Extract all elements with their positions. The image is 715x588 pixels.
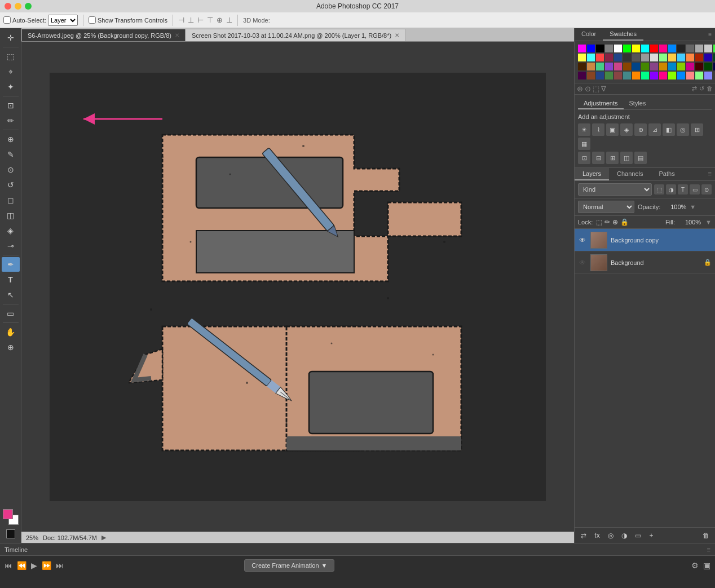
color-swatch[interactable] <box>641 45 649 52</box>
foreground-color-swatch[interactable] <box>3 509 13 519</box>
color-swatch[interactable] <box>596 63 604 70</box>
auto-select-checkbox[interactable] <box>3 16 11 24</box>
color-swatch[interactable] <box>587 63 595 70</box>
layers-panel-menu[interactable]: ≡ <box>705 168 715 180</box>
color-swatch[interactable] <box>695 45 703 52</box>
show-transform-checkbox[interactable] <box>89 16 96 24</box>
align-right-icon[interactable]: ⊢ <box>197 16 204 24</box>
pixel-filter-icon[interactable]: ⬚ <box>654 184 664 194</box>
color-swatch[interactable] <box>632 63 640 70</box>
quick-mask-icon[interactable] <box>6 529 15 538</box>
layers-tab[interactable]: Layers <box>575 168 609 180</box>
lasso-tool[interactable]: ⌖ <box>2 64 20 79</box>
paths-tab[interactable]: Paths <box>651 168 683 180</box>
layer-background-copy[interactable]: 👁 Background copy <box>575 229 715 251</box>
color-swatch[interactable] <box>614 45 622 52</box>
new-adjustment-layer-icon[interactable]: ◑ <box>619 530 630 541</box>
panel-icon-4[interactable]: ∇ <box>601 85 606 93</box>
gradient-map-adj-icon[interactable]: ◫ <box>620 152 633 164</box>
timeline-settings-icon[interactable]: ⚙ <box>691 561 699 570</box>
blend-mode-dropdown[interactable]: Normal Dissolve Multiply Screen Overlay <box>578 201 634 213</box>
tab-2-close[interactable]: ✕ <box>395 32 399 38</box>
color-swatch[interactable] <box>650 54 658 61</box>
color-swatch[interactable] <box>596 72 604 79</box>
adjustments-tab[interactable]: Adjustments <box>578 98 624 109</box>
lock-all-icon[interactable]: 🔒 <box>620 218 629 226</box>
layer-kind-dropdown[interactable]: Kind Name Effect Mode Attribute Color Sm… <box>578 183 652 196</box>
add-mask-icon[interactable]: ◎ <box>605 530 616 541</box>
channel-mixer-adj-icon[interactable]: ⊞ <box>691 123 703 136</box>
shape-filter-icon[interactable]: ▭ <box>690 184 700 194</box>
color-swatch[interactable] <box>623 63 631 70</box>
color-swatch[interactable] <box>704 45 712 52</box>
color-swatch[interactable] <box>578 63 586 70</box>
color-swatch[interactable] <box>623 54 631 61</box>
adjustment-filter-icon[interactable]: ◑ <box>666 184 676 194</box>
color-swatch[interactable] <box>677 54 685 61</box>
panel-menu-icon[interactable]: ≡ <box>705 29 715 40</box>
panel-trash-icon[interactable]: 🗑 <box>707 85 713 92</box>
new-layer-icon[interactable]: + <box>646 530 657 541</box>
hand-tool[interactable]: ✋ <box>2 325 20 339</box>
color-swatch[interactable] <box>668 45 676 52</box>
move-tool[interactable]: ✛ <box>2 30 20 45</box>
color-swatch[interactable] <box>632 54 640 61</box>
color-swatch[interactable] <box>614 63 622 70</box>
color-swatch[interactable] <box>587 45 595 52</box>
color-swatch[interactable] <box>686 54 694 61</box>
lock-position-icon[interactable]: ✏ <box>604 218 610 226</box>
auto-select-dropdown[interactable]: Layer Group <box>48 15 78 26</box>
create-frame-animation-button[interactable]: Create Frame Animation ▼ <box>244 559 334 572</box>
color-swatch[interactable] <box>632 45 640 52</box>
lock-pixels-icon[interactable]: ⬚ <box>596 218 602 226</box>
layer-visibility-toggle-2[interactable]: 👁 <box>578 258 587 267</box>
color-swatch[interactable] <box>632 72 640 79</box>
canvas-viewport[interactable] <box>21 42 574 532</box>
color-swatch[interactable] <box>704 63 712 70</box>
layer-visibility-toggle-1[interactable]: 👁 <box>578 236 587 245</box>
lock-artboard-icon[interactable]: ⊕ <box>612 218 618 226</box>
color-swatch[interactable] <box>695 54 703 61</box>
pen-tool[interactable]: ✒ <box>2 257 20 272</box>
new-group-icon[interactable]: ▭ <box>632 530 643 541</box>
fill-menu-icon[interactable]: ▼ <box>705 219 712 226</box>
text-filter-icon[interactable]: T <box>678 184 688 194</box>
timeline-start-btn[interactable]: ⏮ <box>5 561 12 570</box>
timeline-menu-icon[interactable]: ≡ <box>707 546 710 553</box>
panel-reset-icon[interactable]: ↺ <box>699 85 704 92</box>
color-swatch[interactable] <box>614 72 622 79</box>
color-swatch[interactable] <box>596 45 604 52</box>
color-swatch[interactable] <box>659 54 667 61</box>
photo-filter-adj-icon[interactable]: ◎ <box>677 123 689 136</box>
styles-tab[interactable]: Styles <box>624 98 652 109</box>
timeline-next-btn[interactable]: ⏩ <box>42 561 51 570</box>
color-swatch[interactable] <box>677 72 685 79</box>
color-swatch[interactable] <box>704 72 712 79</box>
delete-layer-icon[interactable]: 🗑 <box>700 530 712 541</box>
color-swatch[interactable] <box>668 72 676 79</box>
align-center-h-icon[interactable]: ⊥ <box>188 16 194 24</box>
healing-brush-tool[interactable]: ⊕ <box>2 132 20 147</box>
exposure-adj-icon[interactable]: ▣ <box>606 123 619 136</box>
gradient-tool[interactable]: ◫ <box>2 208 20 223</box>
layer-link-icon[interactable]: ⇄ <box>578 530 589 541</box>
selective-color-adj-icon[interactable]: ▤ <box>634 152 647 164</box>
fg-bg-swatches[interactable] <box>3 509 19 525</box>
crop-tool[interactable]: ⊡ <box>2 98 20 113</box>
timeline-render-icon[interactable]: ▣ <box>703 561 710 570</box>
posterize-adj-icon[interactable]: ⊟ <box>592 152 604 164</box>
brightness-adj-icon[interactable]: ☀ <box>578 123 590 136</box>
swatches-tab[interactable]: Swatches <box>603 28 643 41</box>
timeline-play-btn[interactable]: ▶ <box>31 561 37 570</box>
brush-tool[interactable]: ✎ <box>2 147 20 162</box>
text-tool[interactable]: T <box>2 272 20 287</box>
color-swatch[interactable] <box>641 54 649 61</box>
color-swatch[interactable] <box>587 54 595 61</box>
tab-1-close[interactable]: ✕ <box>175 32 179 38</box>
color-swatch[interactable] <box>695 72 703 79</box>
color-swatch[interactable] <box>605 45 613 52</box>
align-center-v-icon[interactable]: ⊕ <box>217 16 223 24</box>
shape-tool[interactable]: ▭ <box>2 306 20 321</box>
opacity-menu-icon[interactable]: ▼ <box>690 204 696 210</box>
hsl-adj-icon[interactable]: ⊕ <box>634 123 647 136</box>
